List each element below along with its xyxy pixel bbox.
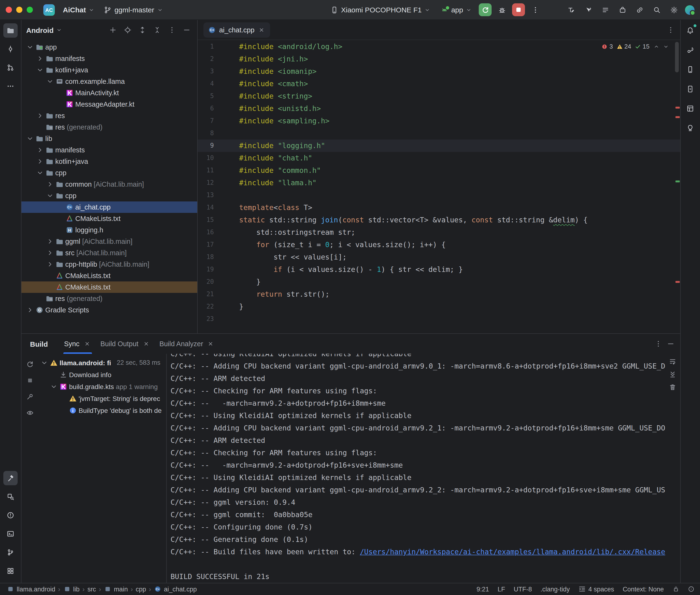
status-item-lf[interactable]: LF (498, 586, 505, 593)
error-stripe-mark[interactable] (675, 116, 679, 118)
line-number[interactable]: 2 (198, 53, 219, 65)
code-line[interactable]: 16 std::ostringstream str; (198, 226, 680, 238)
build-tool-button[interactable] (3, 471, 18, 485)
assistant-icon[interactable] (683, 121, 697, 135)
device-manager-icon[interactable] (683, 62, 697, 77)
code-line[interactable]: 5#include <string> (198, 90, 680, 103)
tree-item-buildtype-debug-is-both-de[interactable]: BuildType 'debug' is both de (38, 404, 166, 416)
status-item-utf-8[interactable]: UTF-8 (514, 586, 532, 593)
problems-tool-button[interactable] (3, 508, 18, 522)
editor[interactable]: 1#include <android/log.h>2#include <jni.… (198, 40, 680, 333)
breadcrumb-item-llama-android[interactable]: llama.android (7, 586, 55, 593)
expand-all-icon[interactable] (137, 24, 148, 36)
locate-file-icon[interactable] (122, 24, 133, 36)
debug-button[interactable] (496, 3, 508, 16)
device-selector[interactable]: Xiaomi POCOPHONE F1 (327, 3, 433, 16)
line-number[interactable]: 14 (198, 201, 219, 214)
layout-inspector-icon[interactable] (683, 102, 697, 116)
tree-item-messageadapter-kt[interactable]: MessageAdapter.kt (22, 98, 197, 110)
editor-scrollbar[interactable] (675, 42, 678, 73)
build-tab-build-output[interactable]: Build Output (96, 334, 155, 354)
minimize-window-button[interactable] (16, 7, 22, 13)
notifications-icon[interactable] (683, 23, 697, 38)
project-view-selector[interactable]: Android (26, 26, 54, 34)
profile-avatar[interactable] (685, 5, 694, 15)
status-item-9-21[interactable]: 9:21 (477, 586, 489, 593)
tree-item-app[interactable]: app (22, 41, 197, 53)
code-line[interactable]: 10#include "chat.h" (198, 152, 680, 164)
change-stripe-mark[interactable] (675, 180, 679, 182)
status-item-4-spaces[interactable]: 4 spaces (578, 585, 614, 593)
line-number[interactable]: 23 (198, 313, 219, 325)
build-options-kebab-icon[interactable] (654, 340, 662, 348)
line-number[interactable]: 19 (198, 263, 219, 276)
line-number[interactable]: 8 (198, 127, 219, 140)
line-number[interactable]: 6 (198, 103, 219, 115)
version-control-tool-button[interactable] (3, 545, 18, 559)
next-problem-icon[interactable] (663, 44, 669, 49)
code-line[interactable]: 7#include <sampling.h> (198, 115, 680, 127)
breadcrumb-item-ai-chat-cpp[interactable]: C+ai_chat.cpp (154, 586, 197, 593)
tree-item-cmakelists-txt[interactable]: CMakeLists.txt (22, 270, 197, 281)
tree-item-cpp[interactable]: cpp (22, 190, 197, 201)
terminal-tool-button[interactable] (3, 527, 18, 541)
more-actions-kebab-icon[interactable] (529, 3, 542, 16)
code-line[interactable]: 15static std::string join(const std::vec… (198, 214, 680, 226)
filter-eye-icon[interactable] (24, 407, 36, 419)
todo-list-icon[interactable] (599, 3, 612, 16)
error-stripe-mark[interactable] (675, 281, 679, 283)
tree-item-res[interactable]: res (generated) (22, 121, 197, 133)
tree-item-kotlin-java[interactable]: kotlin+java (22, 64, 197, 76)
soft-wrap-icon[interactable] (669, 358, 676, 365)
plugins-icon[interactable] (616, 3, 629, 16)
pin-icon[interactable] (24, 391, 36, 402)
code-line[interactable]: 23 (198, 313, 680, 325)
error-stripe-mark[interactable] (675, 107, 679, 109)
breadcrumb-item-lib[interactable]: lib (63, 586, 80, 593)
line-number[interactable]: 5 (198, 90, 219, 103)
code-line[interactable]: 11#include "common.h" (198, 164, 680, 177)
build-output-path-link[interactable]: /Users/hanyin/Workspace/ai-chat/examples… (360, 548, 665, 556)
code-line[interactable]: 20 } (198, 276, 680, 288)
tree-item-com-example-llama[interactable]: com.example.llama (22, 76, 197, 87)
gradle-icon[interactable] (683, 43, 697, 57)
more-tool-windows-icon[interactable] (3, 79, 18, 93)
editor-options-kebab-icon[interactable] (667, 26, 680, 34)
code-line[interactable]: 18 str << values[i]; (198, 251, 680, 263)
code-line[interactable]: 2#include <jni.h> (198, 53, 680, 65)
tree-item-mainactivity-kt[interactable]: MainActivity.kt (22, 87, 197, 98)
hide-panel-icon[interactable] (181, 24, 192, 36)
tree-item-build-gradle-kts[interactable]: build.gradle.kts app 1 warning (38, 380, 166, 392)
app-inspection-tool-button[interactable] (3, 489, 18, 504)
inspections-widget[interactable]: 3 24 15 (602, 43, 669, 50)
project-selector[interactable]: AiChat (60, 3, 98, 16)
build-console-pane[interactable]: C/C++: -- Using KleidiAI optimized kerne… (167, 354, 680, 583)
tree-item-kotlin-java[interactable]: kotlin+java (22, 156, 197, 167)
tree-item-ai-chat-cpp[interactable]: C+ai_chat.cpp (22, 201, 197, 213)
line-number[interactable]: 1 (198, 40, 219, 53)
code-line[interactable]: 22} (198, 301, 680, 313)
code-line[interactable]: 19 if (i < values.size() - 1) { str << d… (198, 263, 680, 276)
line-number[interactable]: 10 (198, 152, 219, 164)
line-number[interactable]: 20 (198, 276, 219, 288)
tree-item-manifests[interactable]: manifests (22, 53, 197, 64)
status-item-clang-tidy[interactable]: .clang-tidy (540, 586, 570, 593)
tree-item-cmakelists-txt[interactable]: CMakeLists.txt (22, 281, 197, 293)
code-line[interactable]: 13 (198, 189, 680, 201)
code-line[interactable]: 21 return str.str(); (198, 288, 680, 301)
stop-app-button[interactable] (512, 3, 525, 16)
line-number[interactable]: 18 (198, 251, 219, 263)
run-configuration-selector[interactable]: app (437, 3, 475, 16)
running-devices-icon[interactable] (683, 82, 697, 96)
build-window-title[interactable]: Build (30, 340, 48, 348)
zoom-window-button[interactable] (27, 7, 33, 13)
line-number[interactable]: 15 (198, 214, 219, 226)
add-icon[interactable] (107, 24, 119, 36)
code-line[interactable]: 9#include "logging.h" (198, 140, 680, 152)
line-number[interactable]: 17 (198, 238, 219, 251)
close-tab-icon[interactable] (142, 340, 150, 348)
tree-item-gradle-scripts[interactable]: GGradle Scripts (22, 304, 197, 316)
tree-item-ggml[interactable]: ggml [AiChat.lib.main] (22, 236, 197, 247)
close-window-button[interactable] (6, 7, 12, 13)
tree-item-cpp[interactable]: cpp (22, 167, 197, 178)
